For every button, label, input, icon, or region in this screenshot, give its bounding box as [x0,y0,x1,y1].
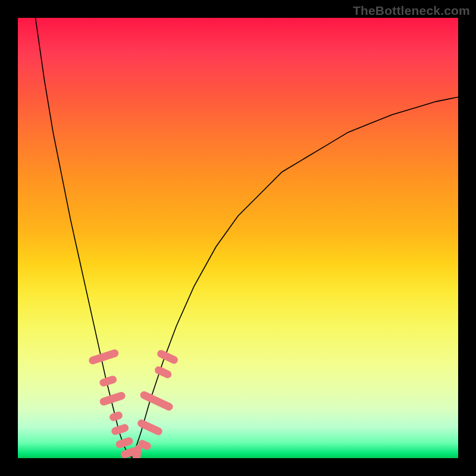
curves [36,18,458,458]
chart-frame: TheBottleneck.com [0,0,476,476]
marker-point [156,349,179,365]
plot-area [18,18,458,458]
watermark-text: TheBottleneck.com [353,4,470,18]
markers [88,349,179,458]
curve-left-branch [36,18,133,458]
marker-point [99,375,118,388]
marker-point [108,411,123,422]
marker-point [154,365,173,380]
marker-point [88,349,120,365]
marker-point [139,390,174,412]
curve-layer [18,18,458,458]
curve-right-branch [132,97,458,458]
